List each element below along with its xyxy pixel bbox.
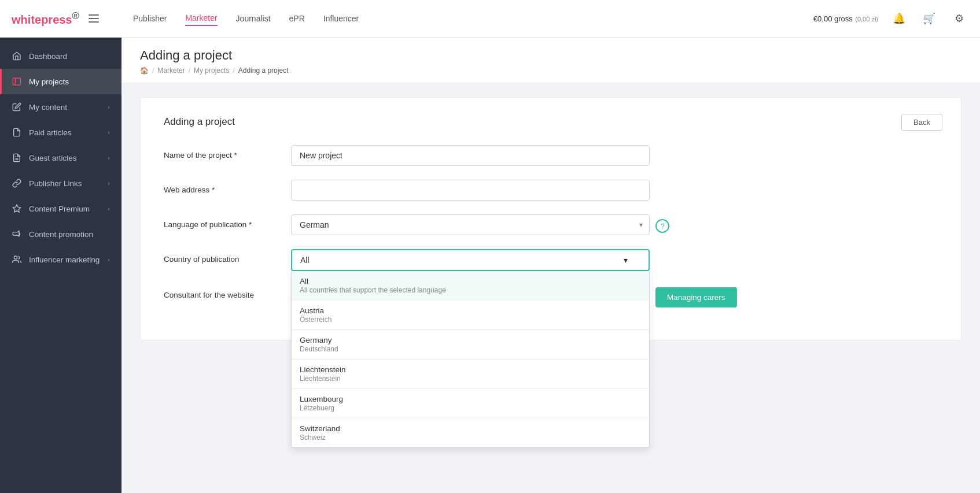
managing-carers-button[interactable]: Managing carers: [655, 287, 737, 307]
balance: €0,00 gross (0,00 zł): [813, 13, 878, 24]
label-web-address: Web address *: [164, 180, 291, 194]
nav-epr[interactable]: ePR: [289, 12, 305, 25]
dropdown-item-switzerland[interactable]: Switzerland Schweiz: [292, 418, 649, 447]
svg-point-5: [14, 256, 17, 259]
sidebar-item-publisher-links[interactable]: Publisher Links ›: [0, 170, 121, 196]
file-alt-icon: [12, 153, 22, 163]
gear-icon[interactable]: ⚙: [950, 9, 968, 28]
sidebar: Dashboard My projects My content › Paid …: [0, 38, 121, 493]
dropdown-item-austria[interactable]: Austria Österreich: [292, 301, 649, 330]
nav-right: €0,00 gross (0,00 zł) 🔔 🛒 ⚙: [813, 9, 968, 28]
select-wrap-language: German ▾: [291, 214, 650, 235]
logo-area: whitepress®: [12, 10, 133, 27]
sidebar-item-content-premium[interactable]: Content Premium ›: [0, 196, 121, 221]
label-consultant: Consultant for the website: [164, 285, 291, 299]
sidebar-label-my-projects: My projects: [29, 77, 69, 86]
country-select-trigger[interactable]: All ▾: [291, 249, 650, 271]
dropdown-item-sub: Österreich: [300, 316, 641, 324]
sidebar-item-influencer-marketing[interactable]: Influencer marketing ›: [0, 247, 121, 272]
sidebar-label-publisher-links: Publisher Links: [29, 179, 82, 188]
dropdown-item-sub: Deutschland: [300, 345, 641, 353]
dropdown-item-main: Germany: [300, 336, 641, 344]
dropdown-item-sub: All countries that support the selected …: [300, 286, 641, 294]
sidebar-label-content-promotion: Content promotion: [29, 230, 93, 239]
sidebar-label-dashboard: Dashboard: [29, 52, 67, 61]
web-address-input[interactable]: [291, 180, 650, 201]
dropdown-item-all[interactable]: All All countries that support the selec…: [292, 271, 649, 301]
breadcrumb: 🏠 / Marketer / My projects / Adding a pr…: [140, 66, 961, 75]
logo-white: white: [12, 13, 41, 26]
dropdown-item-main: Austria: [300, 306, 641, 315]
edit-icon: [12, 102, 22, 112]
field-language: Language of publication * German ▾ ?: [164, 214, 938, 235]
sidebar-item-dashboard[interactable]: Dashboard: [0, 43, 121, 69]
country-select-wrap: All ▾ All All countries that support the…: [291, 249, 650, 271]
sidebar-item-guest-articles[interactable]: Guest articles ›: [0, 145, 121, 170]
field-project-name: Name of the project *: [164, 145, 938, 166]
help-icon[interactable]: ?: [655, 219, 669, 233]
label-project-name: Name of the project *: [164, 145, 291, 160]
dropdown-item-main: Liechtenstein: [300, 365, 641, 374]
form-title: Adding a project: [164, 116, 938, 128]
cart-icon[interactable]: 🛒: [920, 9, 938, 28]
users-icon: [12, 254, 22, 265]
logo-press: press: [41, 13, 72, 26]
sidebar-item-paid-articles[interactable]: Paid articles ›: [0, 120, 121, 145]
nav-marketer[interactable]: Marketer: [185, 11, 217, 26]
input-wrap-web-address: [291, 180, 650, 201]
breadcrumb-my-projects[interactable]: My projects: [194, 66, 229, 75]
nav-influencer[interactable]: Influencer: [323, 12, 359, 25]
breadcrumb-home-icon[interactable]: 🏠: [140, 66, 149, 75]
home-icon: [12, 51, 22, 61]
input-wrap-project-name: [291, 145, 650, 166]
sidebar-item-my-content[interactable]: My content ›: [0, 94, 121, 120]
sidebar-label-guest-articles: Guest articles: [29, 154, 77, 162]
country-select-wrapper: All ▾ All All countries that support the…: [291, 249, 650, 271]
dropdown-item-germany[interactable]: Germany Deutschland: [292, 330, 649, 359]
breadcrumb-marketer[interactable]: Marketer: [157, 66, 185, 75]
balance-amount: €0,00 gross: [813, 14, 853, 23]
megaphone-icon: [12, 229, 22, 239]
field-web-address: Web address *: [164, 180, 938, 201]
breadcrumb-current: Adding a project: [238, 66, 289, 75]
dropdown-item-sub: Lëtzebuerg: [300, 404, 641, 412]
dropdown-item-luxembourg[interactable]: Luxembourg Lëtzebuerg: [292, 389, 649, 418]
page-title: Adding a project: [140, 48, 961, 63]
svg-marker-4: [13, 205, 20, 212]
field-country: Country of publication All ▾ All All cou…: [164, 249, 938, 271]
chevron-icon: ›: [108, 103, 110, 110]
project-name-input[interactable]: [291, 145, 650, 166]
chevron-icon: ›: [108, 154, 110, 161]
logo-sup: ®: [72, 10, 79, 21]
top-navigation: whitepress® Publisher Marketer Journalis…: [0, 0, 980, 38]
country-dropdown: All All countries that support the selec…: [291, 271, 650, 448]
sidebar-item-my-projects[interactable]: My projects: [0, 69, 121, 94]
main-layout: Dashboard My projects My content › Paid …: [0, 38, 980, 493]
language-select[interactable]: German: [291, 214, 650, 235]
nav-journalist[interactable]: Journalist: [236, 12, 271, 25]
chevron-icon: ›: [108, 129, 110, 136]
back-button[interactable]: Back: [901, 114, 942, 131]
label-country: Country of publication: [164, 249, 291, 264]
country-chevron-icon: ▾: [624, 255, 628, 265]
bell-icon[interactable]: 🔔: [890, 9, 908, 28]
sidebar-label-influencer-marketing: Influencer marketing: [29, 255, 100, 264]
label-language: Language of publication *: [164, 214, 291, 229]
sidebar-item-content-promotion[interactable]: Content promotion: [0, 221, 121, 247]
chevron-icon: ›: [108, 256, 110, 263]
page-header: Adding a project 🏠 / Marketer / My proje…: [121, 38, 980, 83]
sidebar-label-paid-articles: Paid articles: [29, 128, 72, 137]
country-selected-value: All: [300, 255, 310, 265]
content-area: Adding a project 🏠 / Marketer / My proje…: [121, 38, 980, 493]
chevron-icon: ›: [108, 180, 110, 187]
folder-icon: [12, 76, 22, 87]
chevron-icon: ›: [108, 205, 110, 212]
dropdown-item-liechtenstein[interactable]: Liechtenstein Liechtenstein: [292, 359, 649, 389]
sidebar-label-content-premium: Content Premium: [29, 205, 90, 213]
hamburger-menu[interactable]: [86, 12, 101, 25]
star-icon: [12, 203, 22, 214]
sidebar-label-my-content: My content: [29, 103, 67, 112]
dropdown-item-main: Switzerland: [300, 424, 641, 433]
dropdown-item-main: All: [300, 277, 641, 286]
nav-publisher[interactable]: Publisher: [133, 12, 167, 25]
